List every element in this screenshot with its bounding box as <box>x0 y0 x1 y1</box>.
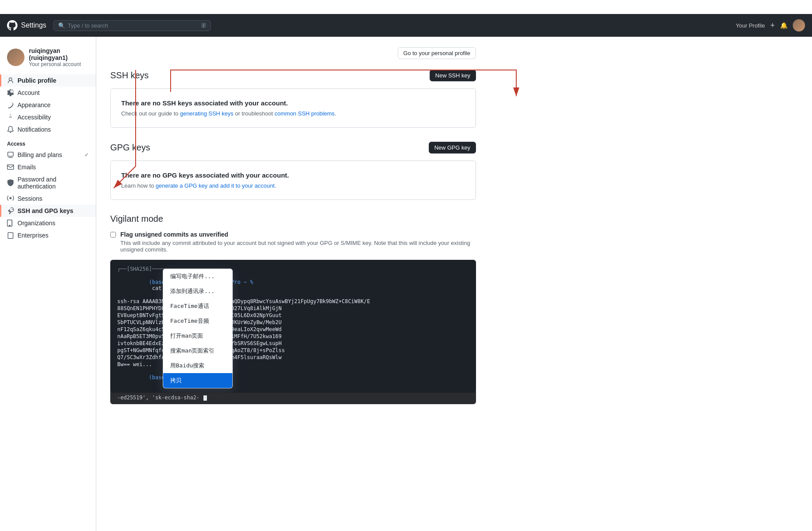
sidebar-item-label: Appearance <box>18 101 51 108</box>
ssh-no-keys-box: There are no SSH keys associated with yo… <box>110 88 476 128</box>
search-box[interactable]: 🔍 Type / to search / <box>53 20 211 31</box>
sidebar-username: ruiqingyan (ruiqingyan1) <box>29 47 89 61</box>
plus-icon[interactable]: + <box>770 21 775 30</box>
context-item-email[interactable]: 编写电子邮件... <box>163 269 232 284</box>
sidebar-nav: Public profile Account Appearance Access… <box>0 74 96 136</box>
common-ssh-problems-link[interactable]: common SSH problems <box>275 110 335 117</box>
search-placeholder: Type / to search <box>68 22 108 29</box>
sidebar-item-label: Password and authentication <box>18 176 89 190</box>
gpg-desc-prefix: Learn how to <box>121 182 156 189</box>
sidebar-item-appearance[interactable]: Appearance <box>0 99 96 111</box>
ssh-no-keys-title: There are no SSH keys associated with yo… <box>121 99 465 107</box>
paintbrush-icon <box>7 101 14 108</box>
context-item-contacts[interactable]: 添加到通讯录... <box>163 284 232 299</box>
key-icon <box>7 207 14 214</box>
enterprise-icon <box>7 232 14 239</box>
vigilant-checkbox-desc: This will include any commit attributed … <box>120 240 476 253</box>
ssh-desc-suffix: . <box>335 110 336 117</box>
sidebar-item-enterprises[interactable]: Enterprises <box>0 229 96 241</box>
terminal-cursor <box>203 395 207 401</box>
new-ssh-key-button[interactable]: New SSH key <box>430 70 476 81</box>
topbar-left: Settings <box>7 20 46 31</box>
sidebar-item-public-profile[interactable]: Public profile <box>0 74 96 87</box>
ssh-no-keys-desc: Check out our guide to generating SSH ke… <box>121 110 465 117</box>
bell-icon[interactable]: 🔔 <box>780 22 788 29</box>
sidebar-item-label: Billing and plans <box>18 151 62 158</box>
context-menu: 编写电子邮件... 添加到通讯录... FaceTime通话 FaceTime音… <box>163 269 233 388</box>
sidebar-user-avatar <box>7 49 24 66</box>
github-logo[interactable] <box>7 20 18 31</box>
terminal-second-line: -ed25519', 'sk-ecdsa-sha2- <box>117 395 200 401</box>
sidebar-item-organizations[interactable]: Organizations <box>0 217 96 229</box>
ssh-section-title: SSH keys <box>110 70 149 80</box>
ssh-desc-middle: or troubleshoot <box>234 110 275 117</box>
vigilant-checkbox-row: Flag unsigned commits as unverified This… <box>110 231 476 253</box>
sidebar-item-label: Emails <box>18 164 36 171</box>
sidebar-item-label: SSH and GPG keys <box>18 207 74 214</box>
sidebar-item-password[interactable]: Password and authentication <box>0 173 96 192</box>
sidebar-item-notifications[interactable]: Notifications <box>0 123 96 136</box>
vigilant-section: Vigilant mode Flag unsigned commits as u… <box>110 214 476 404</box>
user-icon <box>7 77 14 84</box>
ssh-section: SSH keys New SSH key There are no SSH ke… <box>110 70 476 128</box>
go-to-profile-button[interactable]: Go to your personal profile <box>398 47 476 59</box>
your-profile-label[interactable]: Your Profile <box>736 22 765 29</box>
gear-icon <box>7 89 14 96</box>
context-item-man[interactable]: 打开man页面 <box>163 328 232 343</box>
sidebar-item-label: Enterprises <box>18 232 49 239</box>
sidebar-item-label: Public profile <box>18 77 56 84</box>
email-icon <box>7 164 14 171</box>
search-icon: 🔍 <box>58 22 65 29</box>
sidebar-item-emails[interactable]: Emails <box>0 161 96 173</box>
org-icon <box>7 220 14 227</box>
gpg-no-keys-box: There are no GPG keys associated with yo… <box>110 161 476 200</box>
sidebar-access-section: Access <box>0 136 96 149</box>
ssh-heading-row: SSH keys New SSH key <box>110 70 476 81</box>
shield-icon <box>7 179 14 186</box>
generate-gpg-key-link[interactable]: generate a GPG key and add it to your ac… <box>156 182 275 189</box>
main-content: Go to your personal profile SSH keys New… <box>96 37 490 415</box>
gpg-heading-row: GPG keys New GPG key <box>110 142 476 154</box>
context-item-copy[interactable]: 拷贝 <box>163 373 232 388</box>
topbar-right: Your Profile + 🔔 <box>736 19 805 31</box>
topbar: Settings 🔍 Type / to search / Your Profi… <box>0 14 812 37</box>
terminal-block: ┌──[SHA256]───── (base) ruiqingyan@MacBo… <box>110 260 476 393</box>
sidebar-item-account[interactable]: Account <box>0 87 96 99</box>
topbar-title: Settings <box>21 21 46 29</box>
context-item-baidu[interactable]: 用Baidu搜索 <box>163 358 232 373</box>
vigilant-checkbox[interactable] <box>110 232 116 238</box>
gpg-no-keys-desc: Learn how to generate a GPG key and add … <box>121 182 465 189</box>
sidebar-item-accessibility[interactable]: Accessibility <box>0 111 96 123</box>
gpg-no-keys-title: There are no GPG keys associated with yo… <box>121 171 465 179</box>
sidebar: ruiqingyan (ruiqingyan1) Your personal a… <box>0 37 96 415</box>
sidebar-item-billing[interactable]: Billing and plans ✓ <box>0 149 96 161</box>
billing-icon <box>7 151 14 158</box>
ssh-desc-prefix: Check out our guide to <box>121 110 180 117</box>
context-item-facetime-video[interactable]: FaceTime通话 <box>163 299 232 314</box>
gpg-desc-suffix: . <box>275 182 276 189</box>
sidebar-item-label: Account <box>18 89 40 96</box>
sidebar-item-ssh-gpg[interactable]: SSH and GPG keys <box>0 205 96 217</box>
vigilant-title: Vigilant mode <box>110 214 476 224</box>
new-gpg-key-button[interactable]: New GPG key <box>429 142 476 154</box>
sidebar-user: ruiqingyan (ruiqingyan1) Your personal a… <box>0 44 96 74</box>
sidebar-user-info: ruiqingyan (ruiqingyan1) Your personal a… <box>29 47 89 67</box>
vigilant-checkbox-label[interactable]: Flag unsigned commits as unverified <box>120 231 228 238</box>
accessibility-icon <box>7 114 14 121</box>
vigilant-label-group: Flag unsigned commits as unverified This… <box>120 231 476 253</box>
context-item-man-search[interactable]: 搜索man页面索引 <box>163 343 232 358</box>
bell-nav-icon <box>7 126 14 133</box>
generating-ssh-keys-link[interactable]: generating SSH keys <box>180 110 233 117</box>
sidebar-item-label: Notifications <box>18 126 51 133</box>
checkmark-icon: ✓ <box>84 152 89 158</box>
sidebar-access-nav: Billing and plans ✓ Emails Password and … <box>0 149 96 241</box>
topbar-avatar[interactable] <box>793 19 805 31</box>
gpg-section: GPG keys New GPG key There are no GPG ke… <box>110 142 476 200</box>
sidebar-item-label: Accessibility <box>18 114 51 121</box>
terminal-second: -ed25519', 'sk-ecdsa-sha2- <box>110 391 476 404</box>
context-item-facetime-audio[interactable]: FaceTime音频 <box>163 314 232 328</box>
sidebar-item-label: Sessions <box>18 195 42 202</box>
sidebar-subtitle: Your personal account <box>29 61 89 67</box>
sidebar-item-sessions[interactable]: Sessions <box>0 192 96 205</box>
search-slash: / <box>201 23 206 28</box>
